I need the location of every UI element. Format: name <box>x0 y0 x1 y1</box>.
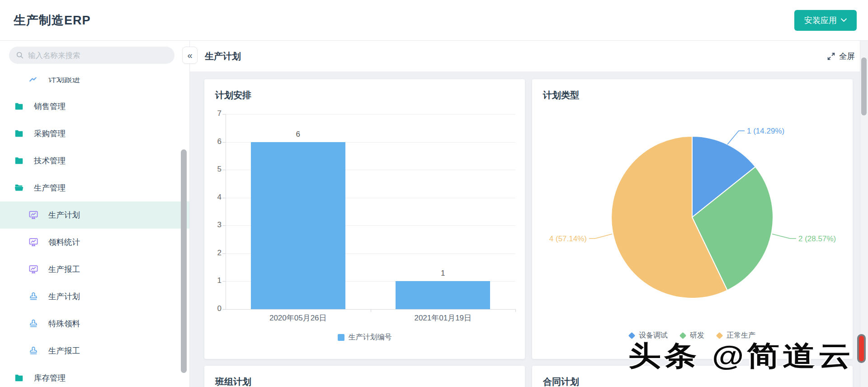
folder-open-icon <box>14 183 24 193</box>
y-axis-label: 7 <box>204 109 222 118</box>
fullscreen-expand-icon <box>827 52 835 61</box>
sidebar-item-inventory-mgmt[interactable]: 库存管理 <box>0 364 189 387</box>
y-axis-tick <box>222 309 226 310</box>
sidebar-item-label: 生产报工 <box>48 264 80 275</box>
sidebar-item-label: 生产管理 <box>34 182 66 193</box>
stamp-icon <box>28 291 38 301</box>
folder-icon <box>14 373 24 383</box>
y-axis-tick <box>222 114 226 115</box>
bar-chart: 012345672020年05月26日62021年01月19日1 <box>204 79 525 359</box>
y-axis-label: 2 <box>204 248 222 258</box>
bar-value-label: 6 <box>251 130 345 139</box>
y-axis-tick <box>222 142 226 143</box>
pie-label-line <box>589 234 612 239</box>
folder-icon <box>14 156 24 166</box>
sidebar-item-label: 计划跟进 <box>48 77 80 85</box>
card-plan-type: 计划类型 1 (14.29%)2 (28.57%)4 (57.14%) 设备调试… <box>532 79 853 359</box>
sidebar-item-label: 销售管理 <box>34 101 66 112</box>
sidebar-collapse-button[interactable]: « <box>182 47 198 64</box>
bar[interactable] <box>251 142 345 309</box>
y-axis-label: 6 <box>204 137 222 146</box>
y-axis-label: 3 <box>204 220 222 229</box>
y-axis-label: 1 <box>204 276 222 285</box>
page-scrollbar-thumb[interactable] <box>861 57 867 115</box>
pie-chart: 1 (14.29%)2 (28.57%)4 (57.14%) <box>532 79 852 359</box>
install-app-label: 安装应用 <box>804 15 837 26</box>
stamp-icon <box>28 346 38 356</box>
fullscreen-button[interactable]: 全屏 <box>827 41 855 72</box>
pie-label-line <box>727 131 745 144</box>
folder-icon <box>14 101 24 111</box>
team-plan-title: 班组计划 <box>215 376 251 387</box>
sidebar-item-label: 技术管理 <box>34 155 66 166</box>
sidebar-item-production-mgmt[interactable]: 生产管理 <box>0 174 189 201</box>
y-axis-label: 4 <box>204 193 222 202</box>
sidebar-item-label: 特殊领料 <box>48 318 80 329</box>
sidebar-item-work-report-form[interactable]: 生产报工 <box>0 337 189 364</box>
sidebar-item-plan-follow[interactable]: 计划跟进 <box>0 77 189 93</box>
fullscreen-label: 全屏 <box>839 51 855 62</box>
sidebar-item-tech-mgmt[interactable]: 技术管理 <box>0 147 189 174</box>
sidebar-item-work-report-dash[interactable]: 生产报工 <box>0 256 189 283</box>
sidebar-item-production-plan-dash[interactable]: 生产计划 <box>0 201 189 229</box>
dashboard-icon <box>28 237 38 247</box>
toolbar: « 生产计划 全屏 <box>190 41 868 72</box>
search-icon <box>16 51 24 59</box>
chevron-down-icon <box>841 18 847 22</box>
x-axis-label: 2021年01月19日 <box>371 313 516 323</box>
pie-label: 2 (28.57%) <box>798 234 836 243</box>
page-title: 生产计划 <box>205 50 241 62</box>
search-input[interactable] <box>28 51 168 60</box>
sidebar-item-label: 生产报工 <box>48 345 80 356</box>
sidebar-item-production-plan-form[interactable]: 生产计划 <box>0 283 189 310</box>
y-axis-tick <box>222 253 226 254</box>
search-box <box>9 47 175 64</box>
sidebar: 计划跟进 销售管理 采购管理 技术管理 生产管理 生产计划 领料统计 生产报工 … <box>0 41 190 387</box>
bar-value-label: 1 <box>396 269 490 278</box>
app-header: 生产制造ERP 安装应用 <box>0 0 868 41</box>
x-axis-tick <box>371 309 371 312</box>
y-axis-label: 5 <box>204 165 222 174</box>
folder-icon <box>14 129 24 139</box>
grid-line <box>226 114 515 115</box>
card-plan-schedule: 计划安排 012345672020年05月26日62021年01月19日1 生产… <box>204 79 525 359</box>
legend-label: 生产计划编号 <box>349 333 392 342</box>
pie-label: 1 (14.29%) <box>747 127 784 135</box>
main-area: « 生产计划 全屏 计划安排 012345672020年05月26日62021年… <box>190 41 868 387</box>
sidebar-item-label: 采购管理 <box>34 128 66 139</box>
red-scroll-indicator[interactable] <box>857 334 866 363</box>
sidebar-item-special-material[interactable]: 特殊领料 <box>0 310 189 337</box>
sidebar-item-label: 生产计划 <box>48 291 80 302</box>
sidebar-item-purchase-mgmt[interactable]: 采购管理 <box>0 120 189 147</box>
y-axis-tick <box>222 198 226 198</box>
y-axis-line <box>226 114 226 309</box>
pie-label-line <box>772 234 796 239</box>
line-chart-icon <box>28 77 38 84</box>
contract-plan-title: 合同计划 <box>543 376 579 387</box>
dashboard-icon <box>28 210 38 220</box>
sidebar-item-label: 领料统计 <box>48 237 80 248</box>
bar[interactable] <box>396 281 490 309</box>
dashboard-icon <box>28 264 38 274</box>
bar-chart-legend[interactable]: 生产计划编号 <box>204 333 525 342</box>
card-team-plan: 班组计划 <box>204 366 525 387</box>
legend-swatch <box>338 334 344 341</box>
x-axis-label: 2020年05月26日 <box>226 313 371 323</box>
sidebar-menu-list: 计划跟进 销售管理 采购管理 技术管理 生产管理 生产计划 领料统计 生产报工 … <box>0 77 189 387</box>
sidebar-item-label: 生产计划 <box>48 210 80 220</box>
app-title: 生产制造ERP <box>14 12 91 29</box>
sidebar-item-sales-mgmt[interactable]: 销售管理 <box>0 93 189 120</box>
y-axis-tick <box>222 281 226 282</box>
watermark: 头条 @简道云 <box>628 338 854 375</box>
x-axis-tick <box>515 309 516 312</box>
sidebar-item-material-stats[interactable]: 领料统计 <box>0 229 189 256</box>
stamp-icon <box>28 319 38 329</box>
pie-label: 4 (57.14%) <box>549 234 587 243</box>
sidebar-item-label: 库存管理 <box>34 373 66 383</box>
sidebar-menu-viewport: 计划跟进 销售管理 采购管理 技术管理 生产管理 生产计划 领料统计 生产报工 … <box>0 77 189 387</box>
install-app-button[interactable]: 安装应用 <box>794 10 857 31</box>
y-axis-tick <box>222 170 226 170</box>
y-axis-tick <box>222 225 226 226</box>
sidebar-scrollbar-thumb[interactable] <box>181 149 187 373</box>
y-axis-label: 0 <box>204 304 222 313</box>
